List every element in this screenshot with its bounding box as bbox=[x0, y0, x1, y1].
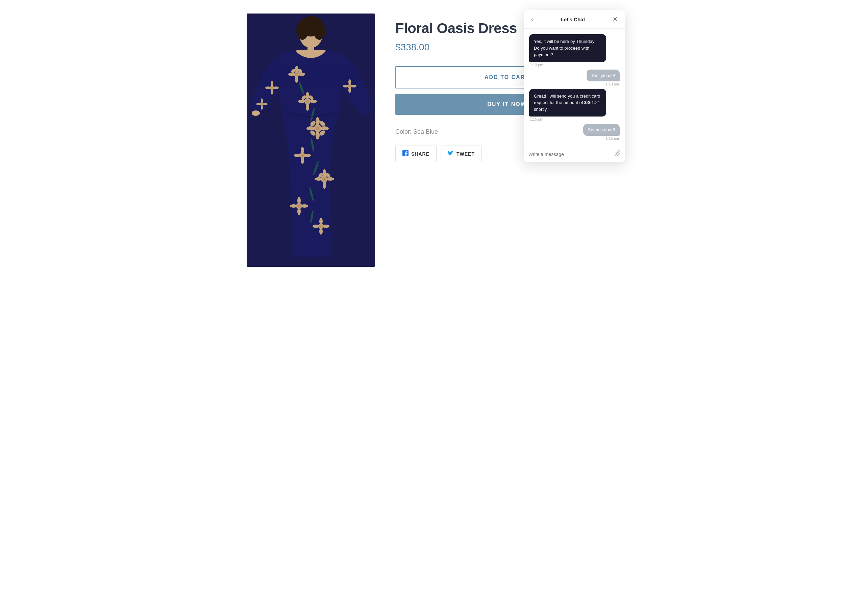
svg-point-63 bbox=[271, 86, 274, 89]
svg-point-45 bbox=[322, 177, 326, 181]
chat-widget: ‹ Let's Chat ✕ Yes, it will be here by T… bbox=[524, 10, 625, 162]
svg-point-56 bbox=[323, 225, 329, 228]
agent-message-1: Yes, it will be here by Thursday! Do you… bbox=[529, 34, 606, 62]
svg-point-8 bbox=[295, 76, 298, 83]
chat-message-1: Yes, it will be here by Thursday! Do you… bbox=[529, 34, 620, 67]
svg-point-39 bbox=[323, 169, 326, 177]
svg-point-69 bbox=[261, 103, 263, 105]
svg-point-74 bbox=[351, 85, 357, 88]
agent-message-2: Great! I will send you a credit card req… bbox=[529, 89, 606, 117]
message-time-3: 1:15 pm bbox=[529, 117, 620, 121]
chat-message-4: Sounds good! 1:15 pm bbox=[529, 124, 620, 140]
svg-point-16 bbox=[306, 103, 309, 111]
chat-back-button[interactable]: ‹ bbox=[529, 15, 535, 24]
tweet-label: TWEET bbox=[456, 151, 475, 157]
svg-point-17 bbox=[298, 100, 305, 103]
svg-point-73 bbox=[343, 85, 348, 88]
svg-point-42 bbox=[326, 177, 334, 181]
svg-point-72 bbox=[348, 88, 351, 93]
svg-point-67 bbox=[256, 103, 261, 105]
svg-point-23 bbox=[316, 117, 320, 126]
chat-message-input[interactable] bbox=[528, 152, 614, 157]
user-message-1: Yes, please! bbox=[587, 69, 620, 82]
chat-title: Let's Chat bbox=[561, 17, 585, 22]
svg-point-50 bbox=[301, 204, 308, 208]
svg-point-15 bbox=[306, 92, 309, 99]
share-label: SHARE bbox=[411, 151, 429, 157]
svg-point-61 bbox=[265, 86, 271, 89]
message-time-4: 1:15 pm bbox=[606, 137, 620, 140]
svg-point-60 bbox=[271, 89, 274, 94]
svg-point-9 bbox=[288, 72, 295, 76]
svg-point-48 bbox=[297, 208, 301, 215]
svg-point-62 bbox=[274, 86, 279, 89]
chat-message-3: Great! I will send you a credit card req… bbox=[529, 89, 620, 122]
chat-attach-button[interactable] bbox=[614, 150, 620, 158]
svg-point-65 bbox=[261, 98, 263, 103]
svg-point-3 bbox=[296, 21, 308, 40]
share-button[interactable]: SHARE bbox=[395, 146, 437, 162]
product-image bbox=[247, 14, 375, 267]
message-time-2: 1:13 pm bbox=[606, 82, 620, 86]
svg-point-37 bbox=[301, 154, 304, 157]
svg-point-71 bbox=[348, 79, 351, 85]
svg-point-7 bbox=[295, 66, 298, 72]
chat-header: ‹ Let's Chat ✕ bbox=[524, 10, 625, 29]
svg-point-47 bbox=[297, 197, 301, 204]
svg-point-59 bbox=[271, 81, 274, 86]
svg-point-24 bbox=[316, 131, 320, 140]
chat-message-2: Yes, please! 1:13 pm bbox=[529, 69, 620, 86]
svg-point-53 bbox=[319, 218, 323, 225]
svg-point-54 bbox=[319, 228, 323, 235]
twitter-icon bbox=[448, 150, 454, 158]
facebook-icon bbox=[403, 150, 409, 158]
svg-point-40 bbox=[323, 181, 326, 189]
svg-point-35 bbox=[294, 154, 301, 157]
svg-point-51 bbox=[297, 204, 301, 208]
svg-point-25 bbox=[307, 126, 315, 130]
svg-point-68 bbox=[263, 103, 267, 105]
svg-point-18 bbox=[310, 100, 317, 103]
svg-point-82 bbox=[252, 110, 260, 116]
svg-point-36 bbox=[304, 154, 311, 157]
svg-point-41 bbox=[315, 177, 323, 181]
page-container: Floral Oasis Dress $338.00 ADD TO CART B… bbox=[247, 14, 618, 267]
svg-point-21 bbox=[306, 100, 309, 103]
chat-close-button[interactable]: ✕ bbox=[610, 15, 620, 24]
svg-point-34 bbox=[301, 157, 304, 164]
chat-input-area bbox=[524, 146, 625, 162]
user-message-2: Sounds good! bbox=[583, 124, 620, 136]
message-time-1: 1:13 pm bbox=[529, 63, 620, 67]
chat-messages: Yes, it will be here by Thursday! Do you… bbox=[524, 29, 625, 146]
product-details: Floral Oasis Dress $338.00 ADD TO CART B… bbox=[395, 14, 618, 162]
svg-point-49 bbox=[290, 204, 297, 208]
svg-point-10 bbox=[298, 72, 305, 76]
svg-point-31 bbox=[316, 126, 320, 130]
svg-point-57 bbox=[319, 225, 323, 228]
svg-point-66 bbox=[261, 105, 263, 110]
svg-point-75 bbox=[348, 85, 351, 88]
svg-point-4 bbox=[313, 21, 326, 40]
svg-point-13 bbox=[295, 72, 298, 76]
tweet-button[interactable]: TWEET bbox=[440, 146, 482, 162]
svg-point-55 bbox=[313, 225, 319, 228]
svg-point-26 bbox=[320, 126, 329, 130]
svg-point-33 bbox=[301, 147, 304, 154]
